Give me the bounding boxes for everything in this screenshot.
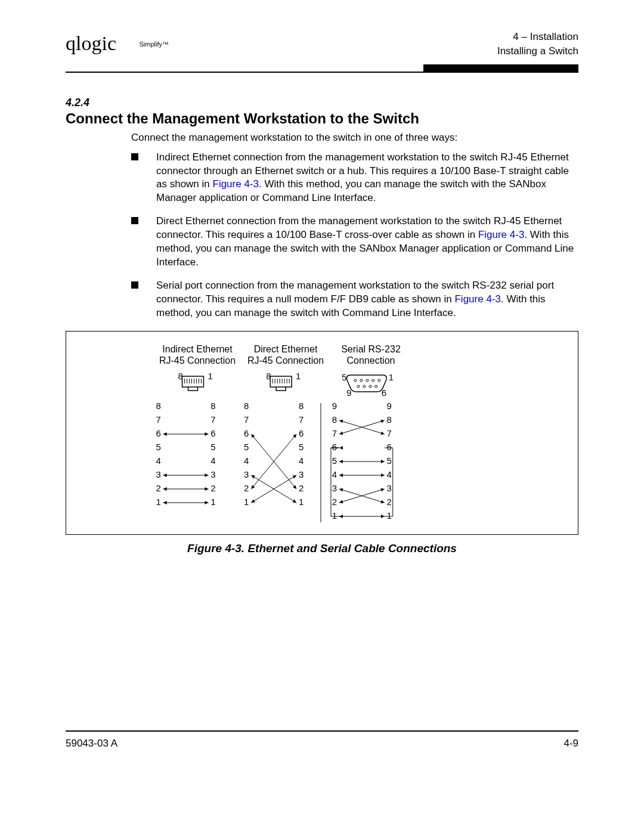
svg-text:6: 6 xyxy=(332,442,337,452)
svg-text:9: 9 xyxy=(332,401,337,411)
svg-text:1: 1 xyxy=(299,497,304,507)
svg-text:1: 1 xyxy=(387,510,392,521)
svg-text:1: 1 xyxy=(208,371,212,381)
svg-text:5: 5 xyxy=(156,442,160,452)
figure-caption: Figure 4-3. Ethernet and Serial Cable Co… xyxy=(66,542,578,555)
svg-text:1: 1 xyxy=(296,371,301,381)
svg-text:8: 8 xyxy=(299,401,304,411)
svg-text:5: 5 xyxy=(299,442,304,452)
svg-text:4: 4 xyxy=(332,469,337,479)
section-intro: Connect the management workstation to th… xyxy=(131,132,578,144)
svg-text:8: 8 xyxy=(210,401,215,411)
svg-text:5: 5 xyxy=(342,372,346,382)
svg-text:1: 1 xyxy=(389,372,394,382)
svg-point-68 xyxy=(357,385,360,388)
svg-text:8: 8 xyxy=(244,401,249,411)
svg-text:9: 9 xyxy=(346,388,351,398)
svg-text:5: 5 xyxy=(332,456,337,466)
svg-text:6: 6 xyxy=(156,428,160,438)
svg-point-71 xyxy=(375,385,377,388)
breadcrumb-section: Installing a Switch xyxy=(497,44,578,58)
svg-text:2: 2 xyxy=(299,483,304,493)
svg-point-65 xyxy=(366,379,369,382)
footer-rule xyxy=(66,730,578,732)
svg-text:1: 1 xyxy=(244,497,249,507)
svg-point-67 xyxy=(378,379,380,382)
breadcrumb: 4 – Installation Installing a Switch xyxy=(497,30,578,58)
svg-point-64 xyxy=(360,379,363,382)
svg-text:2: 2 xyxy=(210,483,215,493)
svg-text:8: 8 xyxy=(156,401,160,411)
svg-text:8: 8 xyxy=(266,371,271,381)
svg-point-69 xyxy=(363,385,366,388)
svg-text:1: 1 xyxy=(332,510,337,521)
svg-text:8: 8 xyxy=(387,414,392,425)
svg-text:1: 1 xyxy=(210,497,215,507)
svg-text:3: 3 xyxy=(299,469,304,479)
header-rule xyxy=(66,64,578,73)
svg-text:7: 7 xyxy=(299,414,304,425)
svg-text:2: 2 xyxy=(156,483,160,493)
svg-text:6: 6 xyxy=(387,442,392,452)
svg-rect-0 xyxy=(182,376,204,387)
figure-link[interactable]: Figure 4-3 xyxy=(454,293,500,305)
svg-text:8: 8 xyxy=(332,414,337,425)
svg-text:7: 7 xyxy=(156,414,160,425)
svg-text:3: 3 xyxy=(244,469,249,479)
section-title: Connect the Management Workstation to th… xyxy=(66,110,578,127)
list-item: Direct Ethernet connection from the mana… xyxy=(131,215,578,270)
figure-box: Indirect Ethernet RJ-45 Connection Direc… xyxy=(66,331,578,535)
svg-point-63 xyxy=(354,379,357,382)
svg-rect-31 xyxy=(270,376,292,387)
list-item: Serial port connection from the manageme… xyxy=(131,279,578,320)
svg-text:3: 3 xyxy=(387,483,392,493)
logo-tagline: Simplify™ xyxy=(139,41,169,48)
figure-link[interactable]: Figure 4-3 xyxy=(478,229,524,240)
svg-text:7: 7 xyxy=(210,414,215,425)
svg-text:8: 8 xyxy=(178,371,183,381)
svg-text:1: 1 xyxy=(156,497,160,507)
section-number: 4.2.4 xyxy=(66,97,578,109)
svg-text:7: 7 xyxy=(332,428,337,438)
svg-text:4: 4 xyxy=(387,469,392,479)
bullet-icon xyxy=(131,153,138,160)
svg-text:7: 7 xyxy=(244,414,249,425)
bullet-icon xyxy=(131,217,138,224)
svg-text:3: 3 xyxy=(332,483,337,493)
svg-text:6: 6 xyxy=(382,388,386,398)
svg-text:3: 3 xyxy=(156,469,160,479)
svg-text:6: 6 xyxy=(244,428,249,438)
svg-point-66 xyxy=(372,379,374,382)
svg-text:4: 4 xyxy=(210,456,215,466)
svg-text:4: 4 xyxy=(244,456,249,466)
svg-text:4: 4 xyxy=(156,456,160,466)
svg-text:5: 5 xyxy=(387,456,392,466)
list-item: Indirect Ethernet connection from the ma… xyxy=(131,151,578,206)
svg-text:4: 4 xyxy=(299,456,304,466)
svg-point-70 xyxy=(369,385,371,388)
svg-text:6: 6 xyxy=(299,428,304,438)
pinout-diagram: 8 1 88 77 66 55 44 33 22 11 xyxy=(66,332,578,534)
svg-text:6: 6 xyxy=(210,428,215,438)
footer-pagenum: 4-9 xyxy=(564,738,578,750)
svg-text:2: 2 xyxy=(332,497,337,507)
figure-link[interactable]: Figure 4-3 xyxy=(213,178,259,190)
breadcrumb-chapter: 4 – Installation xyxy=(497,30,578,44)
logo-text: qlogic xyxy=(66,32,116,54)
svg-text:2: 2 xyxy=(244,483,249,493)
footer-docnum: 59043-03 A xyxy=(66,738,117,750)
svg-text:5: 5 xyxy=(210,442,215,452)
bullet-icon xyxy=(131,281,138,289)
logo: qlogic Simplify™ xyxy=(66,30,169,54)
svg-text:9: 9 xyxy=(387,401,392,411)
svg-text:7: 7 xyxy=(387,428,392,438)
svg-text:3: 3 xyxy=(210,469,215,479)
svg-text:2: 2 xyxy=(387,497,392,507)
svg-text:5: 5 xyxy=(244,442,249,452)
